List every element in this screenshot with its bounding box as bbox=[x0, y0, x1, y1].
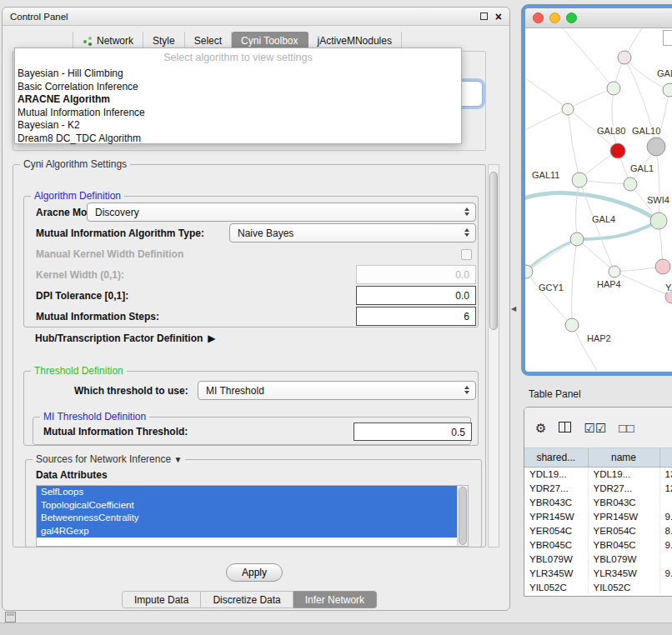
table-cell[interactable]: YBR045C bbox=[524, 538, 588, 552]
birdseye-view[interactable] bbox=[663, 30, 672, 46]
which-threshold-select[interactable]: MI Threshold bbox=[198, 381, 476, 400]
hub-transcription-section-header[interactable]: Hub/Transcription Factor Definition▶ bbox=[35, 332, 216, 344]
network-node[interactable] bbox=[562, 103, 574, 115]
data-attribute-item-selfloops[interactable]: SelfLoops bbox=[37, 486, 457, 499]
column-header-name[interactable]: name bbox=[588, 448, 659, 467]
network-canvas[interactable]: GAL8GAL80GAL10GAL11GAL1SWI4GAL4GCY1HAP4H… bbox=[525, 28, 672, 371]
network-node[interactable] bbox=[663, 83, 672, 97]
network-edge[interactable] bbox=[525, 109, 568, 130]
network-edge[interactable] bbox=[577, 221, 659, 239]
algorithm-menu-item-bayesian-k2[interactable]: Bayesian - K2 bbox=[15, 119, 461, 132]
table-row[interactable]: YBR045CYBR045C9. bbox=[524, 538, 672, 552]
table-cell[interactable]: YLR345W bbox=[588, 566, 659, 580]
table-cell[interactable]: 9. bbox=[659, 566, 672, 580]
data-attribute-item-betweennesscentrality[interactable]: BetweennessCentrality bbox=[37, 512, 457, 525]
network-node[interactable] bbox=[650, 212, 667, 229]
table-cell[interactable]: YPR145W bbox=[588, 509, 659, 523]
table-cell[interactable] bbox=[659, 580, 672, 594]
network-edge[interactable] bbox=[572, 239, 577, 325]
network-edge[interactable] bbox=[614, 272, 672, 297]
network-node[interactable] bbox=[624, 178, 637, 191]
algorithm-menu-item-bayesian-hill-climbing[interactable]: Bayesian - Hill Climbing bbox=[15, 68, 461, 81]
tab-select[interactable]: Select bbox=[185, 32, 232, 49]
table-cell[interactable] bbox=[659, 495, 672, 509]
apply-button[interactable]: Apply bbox=[226, 563, 283, 582]
tab-jactivemnodules[interactable]: jActiveMNodules bbox=[308, 32, 402, 49]
network-node[interactable] bbox=[647, 138, 665, 156]
table-cell[interactable]: YBR045C bbox=[588, 538, 659, 552]
table-cell[interactable]: YIL052C bbox=[524, 580, 588, 594]
network-edge[interactable] bbox=[656, 147, 659, 221]
network-canvas-svg[interactable]: GAL8GAL80GAL10GAL11GAL1SWI4GAL4GCY1HAP4H… bbox=[525, 28, 672, 371]
table-cell[interactable]: 9. bbox=[659, 509, 672, 523]
aracne-mode-select[interactable]: Discovery bbox=[87, 202, 476, 222]
table-row[interactable]: YBL079WYBL079W bbox=[524, 552, 672, 566]
kernel-width-input[interactable]: 0.0 bbox=[356, 265, 476, 284]
network-edge[interactable] bbox=[526, 272, 572, 325]
table-cell[interactable] bbox=[659, 552, 672, 566]
zoom-traffic-light[interactable] bbox=[566, 12, 577, 23]
table-cell[interactable]: YDR27... bbox=[588, 481, 659, 495]
splitpane-collapse-icon[interactable]: ◀ bbox=[511, 305, 516, 312]
table-cell[interactable]: 8. bbox=[659, 523, 672, 538]
data-attributes-list[interactable]: SelfLoopsTopologicalCoefficientBetweenne… bbox=[36, 485, 469, 547]
network-edge[interactable] bbox=[563, 28, 614, 88]
table-cell[interactable]: YBR043C bbox=[524, 495, 588, 509]
network-node[interactable] bbox=[572, 172, 587, 188]
table-cell[interactable]: YLR345W bbox=[524, 566, 588, 580]
network-node[interactable] bbox=[570, 232, 584, 246]
table-cell[interactable]: YBR043C bbox=[588, 495, 659, 509]
table-cell[interactable]: YPR145W bbox=[524, 509, 588, 523]
algorithm-menu-item-dream8-dc-tdc-algorithm[interactable]: Dream8 DC_TDC Algorithm bbox=[15, 132, 461, 146]
data-attribute-item-topologicalcoefficient[interactable]: TopologicalCoefficient bbox=[37, 499, 457, 512]
table-row[interactable]: YDR27...YDR27...12 bbox=[524, 481, 672, 495]
float-window-icon[interactable] bbox=[480, 12, 488, 20]
table-cell[interactable]: 12 bbox=[659, 481, 672, 495]
control-panel-titlebar[interactable]: Control Panel × bbox=[3, 8, 509, 26]
bottom-tab-impute-data[interactable]: Impute Data bbox=[122, 591, 201, 608]
network-node[interactable] bbox=[607, 82, 620, 95]
table-cell[interactable]: YBL079W bbox=[588, 552, 659, 566]
column-header-shared[interactable]: shared... bbox=[524, 448, 588, 467]
network-node[interactable] bbox=[565, 318, 579, 332]
table-row[interactable]: YDL19...YDL19...13 bbox=[524, 467, 672, 481]
collapse-down-icon[interactable]: ▼ bbox=[173, 455, 182, 464]
scrollbar-thumb[interactable] bbox=[459, 487, 467, 545]
settings-scrollbar[interactable] bbox=[488, 164, 499, 548]
network-edge[interactable] bbox=[572, 325, 597, 371]
table-row[interactable]: YIL052CYIL052C bbox=[524, 580, 672, 594]
close-traffic-light[interactable] bbox=[533, 12, 544, 23]
mi-threshold-input[interactable]: 0.5 bbox=[354, 422, 472, 441]
table-cell[interactable]: YER054C bbox=[588, 523, 659, 538]
algorithm-menu-item-aracne-algorithm[interactable]: ARACNE Algorithm bbox=[15, 93, 461, 107]
sources-section-header[interactable]: Sources for Network Inference ▼ bbox=[33, 453, 185, 465]
tab-style[interactable]: Style bbox=[143, 32, 185, 49]
data-attribute-item-gal4rgexp[interactable]: gal4RGexp bbox=[37, 525, 457, 538]
table-cell[interactable]: YBL079W bbox=[524, 552, 588, 566]
table-cell[interactable]: YIL052C bbox=[588, 580, 659, 594]
network-edge[interactable] bbox=[612, 88, 618, 151]
mi-steps-input[interactable]: 6 bbox=[356, 307, 476, 326]
dpi-tolerance-input[interactable]: 0.0 bbox=[356, 286, 476, 305]
table-row[interactable]: YBR043CYBR043C bbox=[524, 495, 672, 509]
table-row[interactable]: YLR345WYLR345W9. bbox=[524, 566, 672, 580]
network-node[interactable] bbox=[618, 51, 631, 64]
network-edge[interactable] bbox=[568, 88, 614, 109]
table-cell[interactable]: YDL19... bbox=[588, 467, 659, 481]
tab-network[interactable]: Network bbox=[73, 32, 143, 49]
table-row[interactable]: YPR145WYPR145W9. bbox=[524, 509, 672, 523]
network-edge[interactable] bbox=[577, 239, 614, 272]
table-cell[interactable]: 9. bbox=[659, 538, 672, 552]
bottom-tab-infer-network[interactable]: Infer Network bbox=[293, 591, 377, 608]
column-header-blank[interactable] bbox=[659, 448, 672, 467]
network-edge[interactable] bbox=[576, 180, 579, 239]
table-cell[interactable]: YER054C bbox=[524, 523, 588, 538]
network-edge[interactable] bbox=[568, 109, 579, 180]
close-icon[interactable]: × bbox=[495, 11, 502, 22]
network-node[interactable] bbox=[609, 266, 620, 278]
network-node[interactable] bbox=[610, 143, 625, 158]
unchecked-columns-icon[interactable]: □□ bbox=[619, 422, 634, 434]
algorithm-menu-item-mutual-information-inference[interactable]: Mutual Information Inference bbox=[15, 107, 461, 120]
tab-cyni-toolbox[interactable]: Cyni Toolbox bbox=[232, 32, 308, 49]
manual-kernel-width-checkbox[interactable] bbox=[461, 249, 472, 260]
